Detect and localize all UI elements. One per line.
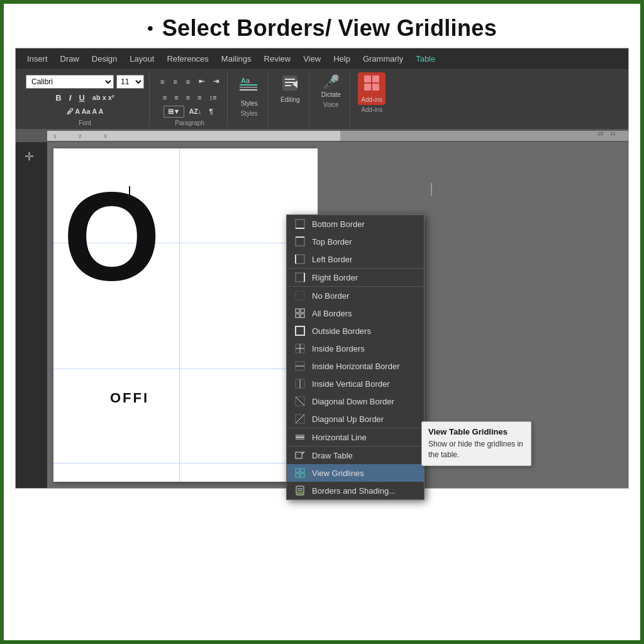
draw-table-icon: [294, 450, 306, 461]
font-family-select[interactable]: Calibri: [26, 75, 114, 89]
font-controls-top: Calibri 11: [26, 72, 144, 91]
right-border-icon: [294, 272, 306, 283]
borders-dropdown-menu: Bottom Border Top Border: [286, 214, 425, 500]
paragraph-group-label: Paragraph: [175, 119, 204, 126]
menu-item-outside-borders[interactable]: Outside Borders: [287, 322, 424, 340]
border-shading-row: ⊞▼ AZ↓ ¶: [164, 104, 216, 118]
view-gridlines-icon: [294, 467, 306, 479]
borders-button[interactable]: ⊞▼: [164, 106, 185, 118]
tab-layout[interactable]: Layout: [123, 48, 160, 70]
styles-group-label: Styles: [241, 110, 258, 117]
bold-button[interactable]: B: [52, 92, 64, 104]
font-format-row: B I U ab x x²: [52, 91, 117, 104]
menu-item-view-gridlines[interactable]: View Gridlines: [287, 464, 424, 482]
app-window: Insert Draw Design Layout References Mai…: [15, 48, 629, 489]
editing-button[interactable]: Editing: [276, 72, 304, 105]
horizontal-line-label: Horizontal Line: [312, 433, 367, 442]
pilcrow-button[interactable]: ¶: [206, 106, 216, 116]
addins-group-label: Add-ins: [361, 106, 382, 113]
svg-line-43: [302, 452, 304, 454]
voice-group-label: Voice: [323, 101, 338, 108]
sort-button[interactable]: AZ↓: [186, 106, 204, 116]
menu-item-diagonal-up[interactable]: Diagonal Up Border: [287, 410, 424, 428]
justify-button[interactable]: ≡: [194, 92, 204, 103]
dictate-button[interactable]: 🎤 Dictate: [317, 72, 345, 100]
bullet-list-button[interactable]: ≡: [157, 77, 167, 87]
italic-button[interactable]: I: [66, 92, 75, 104]
addins-button[interactable]: Add-ins: [358, 72, 386, 105]
tab-help[interactable]: Help: [327, 48, 357, 70]
all-borders-icon: [294, 308, 306, 319]
svg-rect-20: [296, 273, 304, 282]
svg-rect-27: [296, 326, 304, 335]
svg-rect-16: [296, 237, 304, 246]
menu-item-horizontal-line[interactable]: Horizontal Line: [287, 428, 424, 446]
tab-table[interactable]: Table: [409, 48, 441, 70]
tab-references[interactable]: References: [160, 48, 214, 70]
font-group-label: Font: [79, 119, 91, 126]
menu-item-inside-horizontal[interactable]: Inside Horizontal Border: [287, 357, 424, 375]
svg-rect-42: [296, 452, 302, 458]
underline-button[interactable]: U: [75, 92, 87, 104]
doc-company-text: OFFI: [110, 390, 149, 406]
svg-line-38: [296, 414, 304, 423]
numbered-list-button[interactable]: ≡: [170, 77, 180, 87]
ribbon-toolbar: Calibri 11 B I U ab x x² 🖊 A Aa A A Font…: [16, 70, 628, 130]
all-borders-label: All Borders: [312, 309, 352, 318]
indent-decrease-button[interactable]: ⇤: [196, 76, 208, 87]
multilevel-list-button[interactable]: ≡: [183, 77, 193, 87]
font-size-select[interactable]: 11: [116, 75, 144, 89]
strikethrough-button[interactable]: ab x x²: [89, 92, 118, 103]
svg-rect-11: [372, 75, 379, 82]
line-spacing-button[interactable]: ↕≡: [206, 92, 220, 103]
align-right-button[interactable]: ≡: [183, 92, 193, 103]
tab-insert[interactable]: Insert: [21, 48, 54, 70]
menu-item-draw-table[interactable]: Draw Table: [287, 446, 424, 464]
right-border-label: Right Border: [312, 273, 358, 282]
no-border-label: No Border: [312, 291, 349, 301]
styles-button[interactable]: A a Styles: [235, 72, 263, 109]
menu-item-all-borders[interactable]: All Borders: [287, 304, 424, 322]
bullet-point: •: [147, 18, 153, 38]
tooltip-description: Show or hide the gridlines in the table.: [428, 439, 525, 460]
svg-text:A: A: [241, 77, 246, 84]
tab-design[interactable]: Design: [86, 48, 123, 70]
svg-rect-22: [296, 291, 304, 300]
menu-item-diagonal-down[interactable]: Diagonal Down Border: [287, 392, 424, 410]
menu-item-top-border[interactable]: Top Border: [287, 233, 424, 250]
tab-view[interactable]: View: [297, 48, 327, 70]
svg-rect-2: [240, 84, 257, 86]
align-left-button[interactable]: ≡: [160, 92, 170, 103]
doc-sidebar: ✛: [16, 142, 47, 488]
borders-shading-label: Borders and Shading...: [312, 486, 396, 496]
tab-draw[interactable]: Draw: [54, 48, 86, 70]
menu-item-no-border[interactable]: No Border: [287, 286, 424, 304]
indent-increase-button[interactable]: ⇥: [210, 76, 222, 87]
move-icon: ✛: [16, 142, 47, 171]
ribbon-group-editing: Editing: [271, 72, 309, 126]
inside-horizontal-icon: [294, 360, 306, 372]
menu-item-inside-borders[interactable]: Inside Borders: [287, 340, 424, 357]
borders-shading-icon: [294, 485, 306, 496]
svg-rect-10: [364, 75, 371, 82]
view-gridlines-label: View Gridlines: [312, 469, 364, 478]
top-border-label: Top Border: [312, 237, 352, 247]
doc-page: O OFFI: [53, 148, 318, 482]
tab-grammarly[interactable]: Grammarly: [357, 48, 409, 70]
ribbon-group-styles: A a Styles Styles: [230, 72, 269, 126]
top-border-icon: [294, 236, 306, 247]
inside-borders-icon: [294, 343, 306, 354]
menu-item-bottom-border[interactable]: Bottom Border: [287, 215, 424, 233]
diagonal-up-icon: [294, 413, 306, 425]
outside-borders-label: Outside Borders: [312, 326, 371, 336]
tab-mailings[interactable]: Mailings: [215, 48, 258, 70]
menu-item-inside-vertical[interactable]: Inside Vertical Border: [287, 375, 424, 392]
draw-table-label: Draw Table: [312, 451, 353, 460]
align-center-button[interactable]: ≡: [171, 92, 181, 103]
tooltip-title: View Table Gridlines: [428, 427, 525, 436]
highlight-button[interactable]: 🖊 A Aa A A: [64, 106, 107, 116]
menu-item-left-border[interactable]: Left Border: [287, 250, 424, 268]
menu-item-right-border[interactable]: Right Border: [287, 268, 424, 286]
menu-item-borders-shading[interactable]: Borders and Shading...: [287, 482, 424, 499]
tab-review[interactable]: Review: [258, 48, 297, 70]
